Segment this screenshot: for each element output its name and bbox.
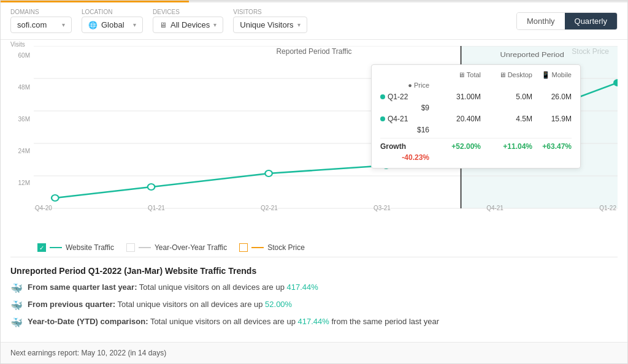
devices-value: All Devices <box>170 20 210 29</box>
x-label-q1-22: Q1-22 <box>599 205 616 211</box>
dot-teal-2 <box>380 116 385 121</box>
growth-label: Growth <box>380 142 429 151</box>
svg-point-10 <box>148 184 155 190</box>
tooltip-row2-label: Q4-21 <box>380 115 429 123</box>
chart-area: Reported Period Traffic Stock Price 60M … <box>1 40 627 257</box>
insight-text-1: From same quarter last year: Total uniqu… <box>28 282 318 293</box>
tooltip-col-price-icon: ● Price <box>380 82 429 89</box>
chart-legend: Website Traffic Year-Over-Year Traffic S… <box>1 238 627 257</box>
insight-body-3: Total unique visitors on all devices are… <box>150 317 298 326</box>
tooltip-col-total-icon: 🖥 Total <box>432 71 481 79</box>
growth-price: -40.23% <box>380 153 429 162</box>
yoy-traffic-checkbox[interactable] <box>126 243 135 252</box>
tooltip-row-q4-21: Q4-21 20.40M 4.5M 15.9M $16 <box>380 115 572 134</box>
y-label-24m: 24M <box>10 148 30 154</box>
monthly-button[interactable]: Monthly <box>517 13 565 29</box>
insight-highlight-1: 417.44% <box>287 282 318 292</box>
insight-icon-2: 🐳 <box>10 300 23 311</box>
x-label-q4-21: Q4-21 <box>486 205 504 211</box>
y-label-60m: 60M <box>10 52 30 59</box>
insight-row-3: 🐳 Year-to-Date (YTD) comparison: Total u… <box>10 316 618 328</box>
location-filter: Location 🌐 Global ▾ <box>82 9 143 33</box>
domains-select[interactable]: sofi.com ▾ <box>10 17 72 33</box>
insight-icon-3: 🐳 <box>10 317 23 328</box>
insight-body-2: Total unique visitors on all devices are… <box>117 300 265 309</box>
y-label-12m: 12M <box>10 180 30 186</box>
growth-desktop: +11.04% <box>483 142 532 151</box>
tooltip-row1-price: $9 <box>380 104 429 112</box>
tooltip-row2-desktop: 4.5M <box>483 115 532 123</box>
tooltip-row1-total: 31.00M <box>432 93 481 101</box>
legend-yoy-traffic[interactable]: Year-Over-Year Traffic <box>126 243 227 252</box>
insight-body-1: Total unique visitors on all devices are… <box>139 282 287 292</box>
dot-teal-1 <box>380 94 385 99</box>
tooltip-row1-desktop: 5.0M <box>483 93 532 101</box>
tooltip-row2-mobile: 15.9M <box>535 115 572 123</box>
insight-text-2: From previous quarter: Total unique visi… <box>28 299 292 310</box>
insight-row-2: 🐳 From previous quarter: Total unique vi… <box>10 299 618 311</box>
svg-point-11 <box>265 170 272 176</box>
tooltip-box: 🖥 Total 🖥 Desktop 📱 Mobile ● Price Q1-22… <box>371 64 581 169</box>
x-label-q2-21: Q2-21 <box>261 205 278 211</box>
tooltip-row1-label: Q1-22 <box>380 93 429 101</box>
legend-website-traffic[interactable]: Website Traffic <box>37 243 114 252</box>
visitors-chevron-icon: ▾ <box>297 21 301 28</box>
insight-label-3: Year-to-Date (YTD) comparison: <box>28 317 148 326</box>
svg-point-14 <box>614 80 618 86</box>
domains-value: sofi.com <box>17 20 47 29</box>
svg-text:Unreported Period: Unreported Period <box>500 51 564 59</box>
website-traffic-line <box>50 247 62 248</box>
visitors-value: Unique Visitors <box>240 20 293 29</box>
chart-container: 60M 48M 36M 24M 12M <box>10 46 618 211</box>
location-value: Global <box>101 20 124 29</box>
insights-title: Unreported Period Q1-2022 (Jan-Mar) Webs… <box>10 266 618 276</box>
tooltip-row-q1-22: Q1-22 31.00M 5.0M 26.0M $9 <box>380 93 572 112</box>
location-label: Location <box>82 9 143 15</box>
visits-label: Visits <box>10 41 25 48</box>
visitors-label: Visitors <box>233 9 307 15</box>
devices-label: Devices <box>153 9 223 15</box>
insight-highlight-2: 52.00% <box>265 300 292 309</box>
svg-point-9 <box>52 195 59 201</box>
domains-label: Domains <box>10 9 72 15</box>
devices-icon: 🖥 <box>159 21 167 29</box>
visitors-filter: Visitors Unique Visitors ▾ <box>233 9 307 33</box>
devices-select[interactable]: 🖥 All Devices ▾ <box>153 17 223 33</box>
insight-row-1: 🐳 From same quarter last year: Total uni… <box>10 282 618 294</box>
location-chevron-icon: ▾ <box>133 21 136 28</box>
growth-total: +52.00% <box>432 142 481 151</box>
x-label-q4-20: Q4-20 <box>35 205 52 211</box>
website-traffic-checkbox[interactable] <box>37 243 46 252</box>
chart-wrapper: Reported Period Traffic Stock Price 60M … <box>1 40 627 238</box>
tooltip-row1-mobile: 26.0M <box>535 93 572 101</box>
y-label-36m: 36M <box>10 116 30 123</box>
tooltip-col-mobile-icon: 📱 Mobile <box>535 71 572 79</box>
insight-label-2: From previous quarter: <box>28 300 115 309</box>
visitors-select[interactable]: Unique Visitors ▾ <box>233 17 307 33</box>
tooltip-row2-total: 20.40M <box>432 115 481 123</box>
insight-icon-1: 🐳 <box>10 282 23 294</box>
domains-filter: Domains sofi.com ▾ <box>10 9 72 33</box>
devices-chevron-icon: ▾ <box>213 21 216 28</box>
yoy-traffic-label: Year-Over-Year Traffic <box>155 243 227 252</box>
tooltip-col-empty <box>380 71 429 79</box>
location-select[interactable]: 🌐 Global ▾ <box>82 17 143 33</box>
tooltip-header: 🖥 Total 🖥 Desktop 📱 Mobile ● Price <box>380 71 572 89</box>
insights-section: Unreported Period Q1-2022 (Jan-Mar) Webs… <box>1 257 627 342</box>
legend-stock-price[interactable]: Stock Price <box>239 243 305 252</box>
website-traffic-label: Website Traffic <box>66 243 114 252</box>
tooltip-row2-price: $16 <box>380 126 429 134</box>
devices-filter: Devices 🖥 All Devices ▾ <box>153 9 223 33</box>
stock-price-line <box>251 247 264 248</box>
quarterly-button[interactable]: Quarterly <box>565 13 617 29</box>
yoy-traffic-line <box>139 247 151 248</box>
tooltip-col-desktop-icon: 🖥 Desktop <box>483 71 532 79</box>
y-label-48m: 48M <box>10 84 30 91</box>
stock-price-label: Stock Price <box>267 243 305 252</box>
stock-price-checkbox[interactable] <box>239 243 248 252</box>
x-label-q1-21: Q1-21 <box>148 205 165 211</box>
footer-text: Next earnings report: May 10, 2022 (in 1… <box>10 349 166 357</box>
insight-highlight-3: 417.44% <box>298 317 329 326</box>
domains-chevron-icon: ▾ <box>62 21 65 28</box>
tooltip-growth-row: Growth +52.00% +11.04% +63.47% -40.23% <box>380 138 572 162</box>
